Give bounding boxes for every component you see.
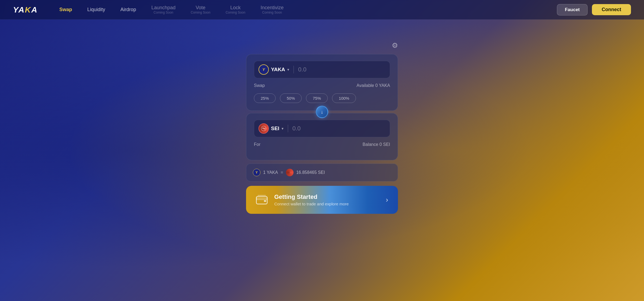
to-token-name: SEI — [271, 126, 279, 131]
available-label: Available 0 YAKA — [356, 83, 390, 88]
swap-from-card: Y YAKA ▾ Swap Available 0 YAKA 25% 50% 7… — [246, 54, 398, 111]
wallet-icon-container — [256, 194, 268, 206]
from-amount-input[interactable] — [298, 66, 385, 73]
rate-card: Y 1 YAKA = 16.858465 SEI — [246, 164, 398, 181]
to-amount-input[interactable] — [292, 125, 385, 132]
yaka-token-icon: Y — [259, 64, 269, 75]
sei-token-icon — [259, 123, 269, 134]
for-row-meta: For Balance 0 SEI — [254, 142, 390, 147]
rate-sei-icon — [286, 169, 294, 176]
nav-actions: Faucet Connect — [557, 4, 631, 15]
nav-item-airdrop[interactable]: Airdrop — [113, 5, 144, 15]
from-token-input-row: Y YAKA ▾ — [254, 61, 390, 78]
main-content: ⚙ Y YAKA ▾ Swap Available 0 YAKA — [0, 20, 644, 214]
swap-container: ⚙ Y YAKA ▾ Swap Available 0 YAKA — [246, 41, 398, 214]
nav-links: Swap Liquidity Airdrop Launchpad Coming … — [52, 4, 557, 16]
faucet-button[interactable]: Faucet — [557, 4, 588, 15]
swap-row-meta: Swap Available 0 YAKA — [254, 83, 390, 88]
svg-rect-3 — [264, 200, 266, 202]
nav-item-incentivize: Incentivize Coming Soon — [253, 4, 291, 16]
svg-rect-2 — [256, 198, 267, 200]
nav-item-swap[interactable]: Swap — [52, 5, 80, 15]
percent-buttons: 25% 50% 75% 100% — [254, 93, 390, 103]
to-token-selector[interactable]: SEI ▾ — [259, 123, 283, 134]
arrow-down-icon: ↓ — [321, 109, 323, 115]
nav-item-launchpad: Launchpad Coming Soon — [144, 4, 183, 16]
nav-item-vote: Vote Coming Soon — [183, 4, 218, 16]
token-divider — [294, 66, 294, 73]
settings-icon[interactable]: ⚙ — [392, 41, 398, 50]
balance-label: Balance 0 SEI — [363, 142, 390, 147]
percent-75-button[interactable]: 75% — [306, 93, 328, 103]
getting-started-text: Getting Started Connect wallet to trade … — [274, 193, 379, 206]
logo[interactable]: Y​A​K​A — [13, 5, 38, 14]
getting-started-title: Getting Started — [274, 193, 379, 200]
navbar: Y​A​K​A Swap Liquidity Airdrop Launchpad… — [0, 0, 644, 20]
percent-50-button[interactable]: 50% — [280, 93, 302, 103]
sei-icon-svg — [261, 126, 267, 131]
getting-started-subtitle: Connect wallet to trade and explore more — [274, 202, 379, 206]
rate-yaka-icon: Y — [253, 169, 260, 176]
settings-row: ⚙ — [246, 41, 398, 50]
swap-direction-button[interactable]: ↓ — [316, 106, 328, 118]
percent-100-button[interactable]: 100% — [332, 93, 356, 103]
rate-to-amount: 16.858465 SEI — [296, 170, 325, 175]
for-label: For — [254, 142, 260, 147]
from-token-selector[interactable]: Y YAKA ▾ — [259, 64, 289, 75]
rate-from-amount: 1 YAKA — [263, 170, 278, 175]
swap-to-card: SEI ▾ For Balance 0 SEI — [246, 113, 398, 160]
to-token-input-row: SEI ▾ — [254, 120, 390, 137]
percent-25-button[interactable]: 25% — [254, 93, 276, 103]
rate-equals: = — [281, 170, 283, 175]
swap-label: Swap — [254, 83, 265, 88]
from-token-name: YAKA — [271, 67, 285, 73]
to-token-chevron-icon: ▾ — [282, 126, 283, 131]
nav-item-liquidity[interactable]: Liquidity — [80, 5, 113, 15]
from-token-chevron-icon: ▾ — [287, 67, 289, 72]
to-token-divider — [288, 125, 288, 132]
getting-started-chevron-icon: › — [386, 196, 388, 204]
getting-started-banner[interactable]: Getting Started Connect wallet to trade … — [246, 186, 398, 214]
wallet-icon — [256, 194, 268, 205]
connect-button[interactable]: Connect — [592, 4, 631, 15]
logo-text: Y​A​K​A — [13, 5, 38, 14]
nav-item-lock: Lock Coming Soon — [218, 4, 253, 16]
